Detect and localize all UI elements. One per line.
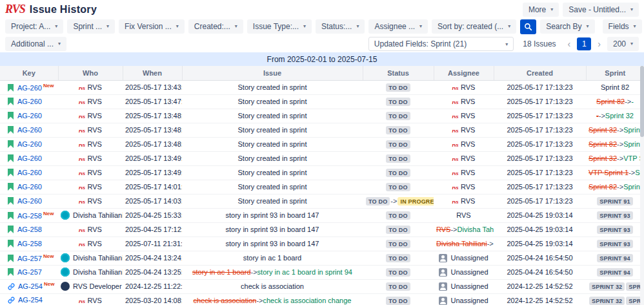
filter-assignee[interactable]: Assignee ...▾ [368,19,428,34]
when-cell: 2025-04-25 15:33:14 [123,208,182,222]
issue-key-link[interactable]: AG-254 [18,296,43,304]
filter-project[interactable]: Project: A...▾ [5,19,63,34]
fields-button[interactable]: Fields ▾ [603,19,642,34]
when-cell: 2025-04-24 13:25:03 [123,265,182,279]
who-cell: rvsRVS [58,165,123,180]
save-button[interactable]: Save - Untitled... ▾ [563,3,639,17]
column-header-key[interactable]: Key [0,66,58,80]
issue-key-link[interactable]: AG-260 [17,84,42,92]
key-cell: AG-260 [0,194,58,208]
status-cell: TO DO->IN PROGRESS [363,194,434,208]
issue-key-link[interactable]: AG-257 [17,268,42,276]
issue-key-link[interactable]: AG-257 [17,255,42,262]
assignee-cell: rvsRVS [434,109,494,123]
new-value: Divisha Tahiliani [458,226,494,233]
value-text: RVS [461,140,475,148]
issue-key-link[interactable]: AG-260 [17,98,42,105]
old-value: Sprint 82 [596,98,625,105]
column-header-assignee[interactable]: Assignee [434,66,494,80]
issue-key-link[interactable]: AG-260 [17,112,42,120]
assignee-cell: rvsRVS [434,165,494,180]
column-header-created[interactable]: Created [494,66,586,80]
prev-page-button[interactable]: ‹ [565,39,574,48]
issue-key-link[interactable]: AG-258 [17,212,42,220]
assignee-cell: Unassigned [434,251,494,265]
sprint-badge: SPRINT 94 [597,268,632,277]
assignee-cell: rvsRVS [434,123,494,137]
column-header-who[interactable]: Who [58,66,123,80]
rvs-avatar: rvs [452,156,459,162]
who-cell: RVS Developer [58,279,123,293]
issue-key-link[interactable]: AG-260 [17,126,42,134]
issue-key-link[interactable]: AG-260 [17,140,42,148]
issue-cell: Story created in sprint [182,109,363,123]
issue-cell: Story created in sprint [182,151,363,165]
issue-key-link[interactable]: AG-258 [17,240,42,247]
page-size-select[interactable]: 200 ▾ [607,37,639,51]
who-name: RVS Developer [73,282,122,290]
more-button[interactable]: More ▾ [523,3,559,17]
rvs-avatar: rvs [79,127,85,134]
rvs-avatar: rvs [452,127,459,134]
scrollbar[interactable] [640,66,644,305]
assignee-cell: Unassigned [434,293,494,305]
issue-key-link[interactable]: AG-260 [17,197,42,205]
issue-key-link[interactable]: AG-260 [17,169,42,176]
additional-filters-button[interactable]: Additional ... ▾ [5,37,66,51]
filter-issue-type[interactable]: Issue Type:...▾ [247,19,312,34]
issue-key-link[interactable]: AG-254 [18,282,43,290]
new-value: story in ac 1 board in sprint 94 [257,268,352,276]
table-row: AG-260rvsRVS2025-05-17 13:48:21Story cre… [0,109,644,123]
updated-fields-select[interactable]: Updated Fields: Sprint (21) ▾ [368,37,514,51]
column-header-issue[interactable]: Issue [182,66,363,80]
issue-key-link[interactable]: AG-258 [17,226,42,233]
assignee-cell: Unassigned [434,279,494,293]
top-actions: More ▾ Save - Untitled... ▾ [523,3,639,17]
assignee-cell: rvsRVS [434,194,494,208]
status-cell: TO DO [363,265,434,279]
column-header-when[interactable]: When [123,66,182,80]
filter-status[interactable]: Status:...▾ [316,19,365,34]
column-header-sprint[interactable]: Sprint [586,66,644,80]
value-text: RVS [461,197,475,205]
issue-key-link[interactable]: AG-260 [17,183,42,191]
rvs-avatar: rvs [452,85,459,91]
who-name: Divisha Tahiliani [73,211,123,219]
created-cell: 2025-04-25 19:03:14 [494,208,586,222]
issue-cell: Story created in sprint [182,180,363,194]
story-icon [8,154,14,162]
status-badge: TO DO [386,226,410,234]
rvs-avatar: rvs [79,170,85,176]
table-row: AG-258rvsRVS2025-07-11 21:31:36story in … [0,237,644,251]
current-page-button[interactable]: 1 [577,37,591,50]
new-value: Sprint 32 [605,112,634,120]
chevron-down-icon: ▾ [630,5,633,14]
story-icon [8,126,14,134]
key-cell: AG-260 [0,123,58,137]
status-badge: TO DO [386,268,410,277]
next-page-button[interactable]: › [595,39,603,48]
value-text: story in sprint 93 in board 147 [226,226,319,233]
issues-count: 18 Issues [523,39,556,48]
status-badge: TO DO [386,183,410,191]
search-button[interactable] [520,19,536,34]
who-cell: rvsRVS [58,94,123,109]
issue-cell: story in sprint 93 in board 147 [182,208,363,222]
assignee-cell: rvsRVS [434,80,494,94]
who-name: RVS [88,169,102,176]
filter-created[interactable]: Created:...▾ [188,19,243,34]
search-by-button[interactable]: Search By ▾ [540,19,594,34]
change-arrow: -> [617,183,623,191]
filter-sort-by[interactable]: Sort by: created (...▾ [432,19,516,34]
status-badge: TO DO [386,211,410,220]
issue-cell: Story created in sprint [182,194,363,208]
column-header-status[interactable]: Status [363,66,434,80]
filter-fix-version[interactable]: Fix Version ...▾ [119,19,185,34]
filter-sprint[interactable]: Sprint ...▾ [67,19,115,34]
value-text: story in sprint 93 in board 147 [226,240,319,247]
sprint-badge: SPRINT 32 [589,297,625,305]
value-text: Story created in sprint [238,154,307,162]
issue-key-link[interactable]: AG-260 [17,154,42,162]
scrollbar-thumb[interactable] [640,66,644,137]
who-cell: rvsRVS [58,123,123,137]
